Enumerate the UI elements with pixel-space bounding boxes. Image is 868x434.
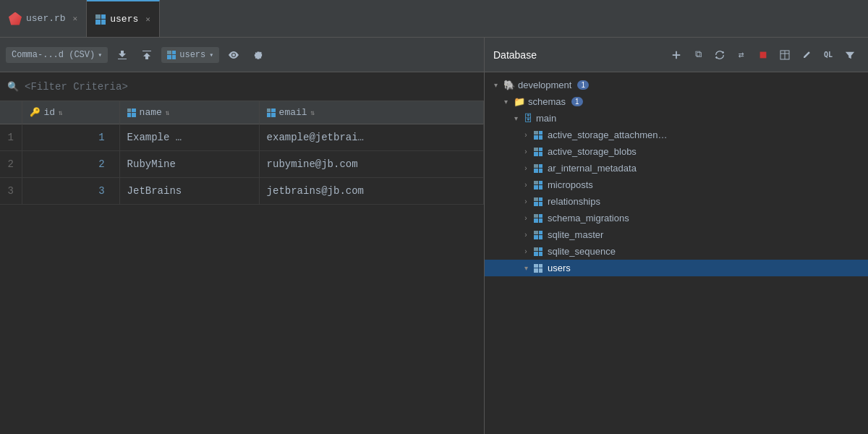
tree-node-label: ar_internal_metadata xyxy=(548,163,637,174)
cell-id: 3 xyxy=(22,178,119,205)
table-node-icon xyxy=(534,197,542,206)
ruby-icon xyxy=(9,12,22,25)
tree-item-schema_migrations[interactable]: › schema_migrations xyxy=(485,210,868,226)
tree-label-main: main xyxy=(536,113,556,124)
cell-name: RubyMine xyxy=(119,151,259,178)
table-selector[interactable]: users ▾ xyxy=(161,47,219,63)
table-node-icon xyxy=(534,247,542,256)
right-panel: Database ⧉ ⇄ QL xyxy=(485,38,868,434)
format-dropdown[interactable]: Comma-...d (CSV) ▾ xyxy=(6,47,108,63)
schemas-badge: 1 xyxy=(571,97,583,106)
db-copy-btn[interactable]: ⧉ xyxy=(689,46,707,64)
tree-item-schemas[interactable]: ▾ 📁 schemas 1 xyxy=(485,93,868,110)
filter-icon: 🔍 xyxy=(7,81,19,93)
filter-input[interactable]: <Filter Criteria> xyxy=(25,81,128,93)
db-query-btn[interactable]: QL xyxy=(819,46,838,64)
chevron-schemas: ▾ xyxy=(501,98,511,106)
table-col-icon-name xyxy=(127,109,136,117)
chevron-microposts: › xyxy=(521,181,531,189)
schema-icon: 🗄 xyxy=(524,113,533,124)
tree-node-label: active_storage_blobs xyxy=(548,146,637,157)
chevron-ar_internal_metadata: › xyxy=(521,164,531,172)
tree-node-label: schema_migrations xyxy=(548,213,629,224)
filter-bar: 🔍 <Filter Criteria> xyxy=(0,72,484,101)
tab-user-rb-close[interactable]: ✕ xyxy=(73,14,78,23)
tab-user-rb[interactable]: user.rb ✕ xyxy=(0,0,87,37)
tree-item-ar_internal_metadata[interactable]: › ar_internal_metadata xyxy=(485,160,868,176)
tree-label-development: development xyxy=(518,80,571,90)
table-row[interactable]: 2 2 RubyMine rubymine@jb.com xyxy=(0,151,484,178)
development-badge: 1 xyxy=(577,80,589,90)
row-num: 2 xyxy=(0,151,22,178)
table-selector-icon xyxy=(167,51,176,59)
db-add-btn[interactable] xyxy=(667,46,686,64)
table-icon xyxy=(95,14,106,25)
db-filter-btn[interactable] xyxy=(841,46,859,64)
table-node-icon xyxy=(534,214,542,223)
tab-user-rb-label: user.rb xyxy=(26,13,66,24)
table-node-icon xyxy=(534,148,542,156)
table-row[interactable]: 1 1 Example … example@jetbrai… xyxy=(0,124,484,151)
table-row[interactable]: 3 3 JetBrains jetbrains@jb.com xyxy=(0,178,484,205)
sort-icon-name: ⇅ xyxy=(166,109,170,117)
database-tree: ▾ 🐘 development 1 ▾ 📁 schemas 1 ▾ 🗄 main… xyxy=(485,72,868,434)
table-node-icon xyxy=(534,181,542,190)
row-num: 1 xyxy=(0,124,22,151)
tree-item-sqlite_sequence[interactable]: › sqlite_sequence xyxy=(485,243,868,260)
cell-email: jetbrains@jb.com xyxy=(259,178,483,205)
tree-item-sqlite_master[interactable]: › sqlite_master xyxy=(485,226,868,243)
cell-email: example@jetbrai… xyxy=(259,124,483,151)
chevron-active_storage_blobs: › xyxy=(521,148,531,156)
main-content: Comma-...d (CSV) ▾ users ▾ xyxy=(0,38,868,434)
eye-btn[interactable] xyxy=(224,45,244,65)
chevron-main: ▾ xyxy=(511,114,521,122)
chevron-active_storage_attachmen…: › xyxy=(521,131,531,139)
key-icon: 🔑 xyxy=(30,107,41,118)
tab-users[interactable]: users ✕ xyxy=(87,0,160,37)
format-label: Comma-...d (CSV) xyxy=(12,50,95,60)
db-header: Database ⧉ ⇄ QL xyxy=(485,38,868,72)
svg-rect-0 xyxy=(760,51,767,58)
cell-email: rubymine@jb.com xyxy=(259,151,483,178)
cell-id: 1 xyxy=(22,124,119,151)
tree-item-main[interactable]: ▾ 🗄 main xyxy=(485,110,868,127)
chevron-schema_migrations: › xyxy=(521,214,531,222)
tree-node-label: relationships xyxy=(548,196,600,207)
tree-item-active_storage_blobs[interactable]: › active_storage_blobs xyxy=(485,143,868,160)
db-transfer-btn[interactable]: ⇄ xyxy=(732,46,751,64)
data-grid: 🔑 id ⇅ xyxy=(0,101,484,434)
grid-toolbar: Comma-...d (CSV) ▾ users ▾ xyxy=(0,38,484,72)
tree-item-microposts[interactable]: › microposts xyxy=(485,176,868,193)
table-node-icon xyxy=(534,164,542,173)
sort-icon-email: ⇅ xyxy=(311,109,315,117)
col-header-name[interactable]: name ⇅ xyxy=(119,101,259,124)
tree-item-development[interactable]: ▾ 🐘 development 1 xyxy=(485,77,868,93)
cell-name: JetBrains xyxy=(119,178,259,205)
table-selector-label: users xyxy=(179,50,205,60)
tree-node-label: microposts xyxy=(548,179,593,190)
development-icon: 🐘 xyxy=(503,80,515,90)
cell-id: 2 xyxy=(22,151,119,178)
chevron-relationships: › xyxy=(521,197,531,205)
chevron-sqlite_sequence: › xyxy=(521,247,531,255)
db-edit-btn[interactable] xyxy=(797,46,816,64)
tree-node-label: sqlite_sequence xyxy=(548,246,616,257)
db-table-btn[interactable] xyxy=(775,46,794,64)
tree-item-users[interactable]: ▾ users xyxy=(485,260,868,276)
db-panel-title: Database xyxy=(493,49,537,61)
settings-btn[interactable] xyxy=(248,45,268,65)
col-header-email[interactable]: email ⇅ xyxy=(259,101,483,124)
tab-bar: user.rb ✕ users ✕ xyxy=(0,0,868,38)
col-header-id[interactable]: 🔑 id ⇅ xyxy=(22,101,119,124)
table-node-icon xyxy=(534,231,542,239)
tree-item-active_storage_attachmen_[interactable]: › active_storage_attachmen… xyxy=(485,127,868,143)
table-col-icon-email xyxy=(267,109,276,117)
db-stop-btn[interactable] xyxy=(754,46,773,64)
tree-item-relationships[interactable]: › relationships xyxy=(485,193,868,210)
db-refresh-btn[interactable] xyxy=(710,46,729,64)
download-btn[interactable] xyxy=(112,45,132,65)
upload-btn[interactable] xyxy=(137,45,157,65)
chevron-development: ▾ xyxy=(490,81,501,89)
tab-users-close[interactable]: ✕ xyxy=(145,14,150,24)
left-panel: Comma-...d (CSV) ▾ users ▾ xyxy=(0,38,485,434)
